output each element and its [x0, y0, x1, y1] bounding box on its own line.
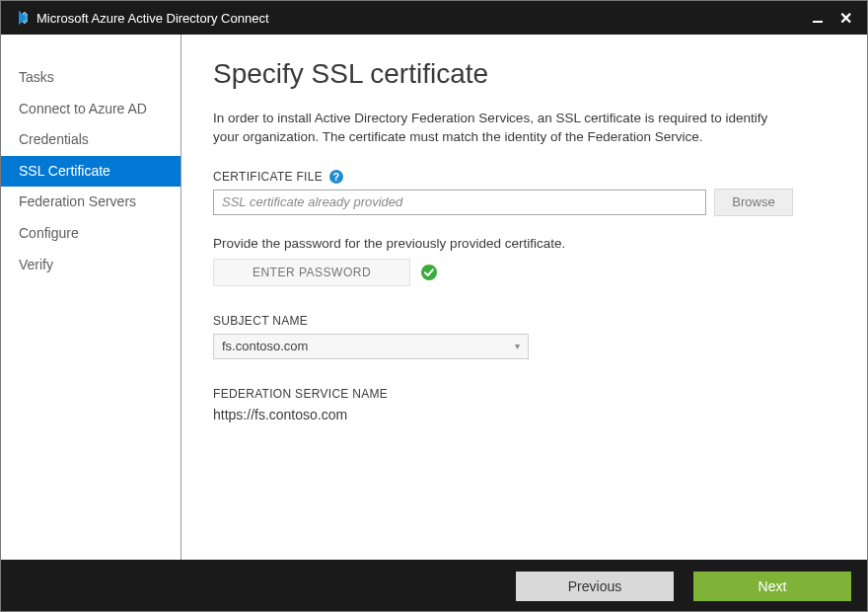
sidebar-item-ssl-certificate[interactable]: SSL Certificate	[1, 156, 181, 188]
federation-service-name-value: https://fs.contoso.com	[213, 407, 820, 422]
sidebar-item-connect-azure-ad[interactable]: Connect to Azure AD	[1, 94, 181, 125]
certificate-file-label: CERTIFICATE FILE ?	[213, 169, 820, 185]
subject-name-select[interactable]: fs.contoso.com ▾	[213, 334, 529, 359]
sidebar-item-configure[interactable]: Configure	[1, 218, 181, 250]
intro-text: In order to install Active Directory Fed…	[213, 110, 795, 147]
sidebar: Tasks Connect to Azure AD Credentials SS…	[1, 35, 181, 560]
page-title: Specify SSL certificate	[213, 58, 820, 90]
subject-name-label: SUBJECT NAME	[213, 314, 820, 328]
sidebar-item-verify[interactable]: Verify	[1, 250, 181, 281]
window-title: Microsoft Azure Active Directory Connect	[36, 11, 269, 26]
previous-button[interactable]: Previous	[516, 572, 674, 601]
password-hint: Provide the password for the previously …	[213, 236, 820, 251]
svg-rect-1	[813, 21, 823, 23]
chevron-down-icon: ▾	[515, 341, 520, 351]
azure-logo-icon	[9, 8, 29, 28]
check-icon	[420, 264, 438, 281]
help-icon[interactable]: ?	[328, 169, 344, 185]
next-button[interactable]: Next	[693, 572, 851, 601]
sidebar-item-tasks[interactable]: Tasks	[1, 62, 181, 94]
sidebar-item-credentials[interactable]: Credentials	[1, 124, 181, 156]
svg-text:?: ?	[333, 171, 340, 183]
federation-service-name-label: FEDERATION SERVICE NAME	[213, 387, 820, 401]
minimize-button[interactable]	[804, 10, 832, 27]
content-area: Tasks Connect to Azure AD Credentials SS…	[1, 35, 867, 560]
certificate-file-label-text: CERTIFICATE FILE	[213, 170, 323, 184]
svg-point-4	[421, 265, 437, 280]
footer: Previous Next	[1, 560, 867, 612]
certificate-file-input[interactable]	[213, 190, 706, 215]
subject-name-value: fs.contoso.com	[222, 339, 308, 353]
browse-button[interactable]: Browse	[714, 189, 793, 216]
titlebar: Microsoft Azure Active Directory Connect…	[1, 1, 867, 35]
main-panel: Specify SSL certificate In order to inst…	[181, 35, 867, 560]
sidebar-item-federation-servers[interactable]: Federation Servers	[1, 187, 181, 218]
password-input[interactable]	[213, 259, 410, 286]
close-button[interactable]: ✕	[832, 9, 859, 28]
